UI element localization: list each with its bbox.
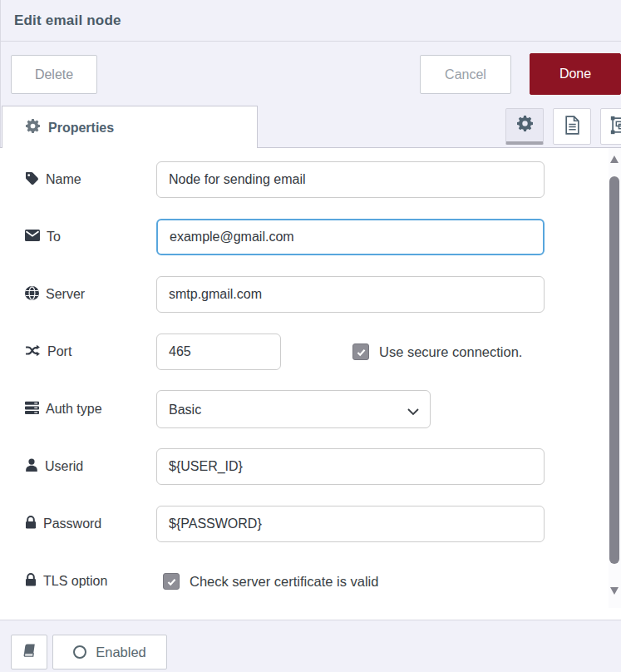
tls-verify-label: Check server certificate is valid (190, 574, 378, 590)
password-label: Password (25, 516, 156, 532)
node-enabled-toggle[interactable]: Enabled (52, 635, 167, 670)
document-icon (564, 116, 580, 138)
tag-icon (25, 171, 39, 189)
tls-label: TLS option (25, 573, 156, 590)
form-row-to: To (25, 219, 621, 255)
enabled-status-icon (73, 645, 86, 659)
globe-icon (25, 286, 39, 304)
enabled-label: Enabled (96, 645, 146, 660)
shuffle-icon (25, 343, 41, 361)
name-label: Name (25, 171, 156, 189)
secure-connection-checkbox[interactable] (352, 343, 369, 360)
tls-verify-checkbox[interactable] (163, 573, 180, 590)
cancel-button[interactable]: Cancel (420, 55, 511, 94)
tab-properties-label: Properties (48, 121, 114, 136)
port-input[interactable] (156, 334, 281, 370)
authtype-select-wrap: Basic (156, 390, 431, 428)
done-button[interactable]: Done (530, 53, 621, 95)
authtype-select[interactable]: Basic (156, 390, 431, 428)
to-label: To (25, 230, 156, 245)
port-label: Port (25, 343, 156, 361)
secure-connection-label: Use secure connection. (379, 344, 522, 360)
object-group-icon (610, 116, 621, 138)
form-scrollbar[interactable] (609, 148, 621, 608)
action-bar: Delete Cancel Done (0, 42, 621, 104)
userid-label: Userid (25, 458, 156, 475)
form-row-password: Password (25, 506, 621, 542)
lock-icon (25, 573, 37, 590)
to-input[interactable] (156, 219, 545, 255)
scroll-up-arrow-icon[interactable] (610, 156, 619, 163)
dialog-footer: Enabled (0, 620, 621, 672)
description-view-button[interactable] (553, 108, 591, 145)
gear-icon (517, 116, 533, 135)
book-icon (22, 643, 37, 661)
properties-form: Name To Server (0, 148, 621, 620)
authtype-label: Auth type (25, 401, 156, 418)
edit-email-node-dialog: Edit email node Delete Cancel Done Prope… (0, 0, 621, 672)
userid-input[interactable] (156, 448, 545, 485)
password-input[interactable] (156, 506, 545, 542)
form-row-userid: Userid (25, 448, 621, 485)
properties-view-button[interactable] (505, 108, 544, 145)
node-help-button[interactable] (11, 635, 47, 670)
server-icon (25, 401, 39, 418)
envelope-icon (25, 230, 40, 245)
gear-icon (26, 119, 40, 136)
scrollbar-thumb[interactable] (609, 176, 619, 564)
form-row-name: Name (25, 161, 621, 198)
form-row-tls: TLS option Check server certificate is v… (25, 563, 621, 600)
dialog-title: Edit email node (14, 12, 121, 29)
form-row-authtype: Auth type Basic (25, 391, 621, 427)
server-input[interactable] (156, 276, 545, 313)
form-row-server: Server (25, 276, 621, 313)
lock-icon (25, 516, 37, 532)
appearance-view-button[interactable] (600, 108, 621, 145)
delete-button[interactable]: Delete (11, 55, 97, 94)
scroll-down-arrow-icon[interactable] (610, 587, 619, 595)
tab-properties[interactable]: Properties (2, 106, 258, 149)
user-icon (25, 458, 38, 475)
form-row-port: Port Use secure connection. (25, 334, 621, 370)
name-input[interactable] (156, 161, 545, 198)
tab-bar: Properties (0, 104, 621, 148)
server-label: Server (25, 286, 156, 304)
dialog-header: Edit email node (0, 0, 621, 42)
edit-toolbar (505, 108, 621, 145)
